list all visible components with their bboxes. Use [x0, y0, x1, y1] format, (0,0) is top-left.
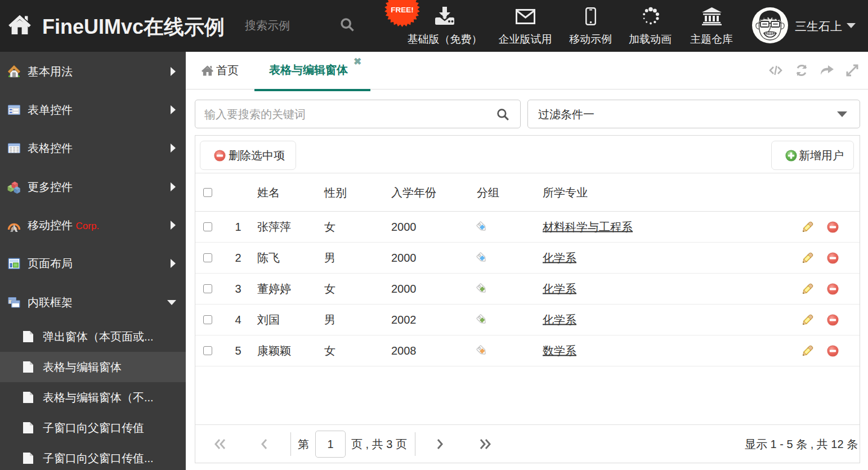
svg-text:FREE!: FREE!	[391, 6, 414, 14]
